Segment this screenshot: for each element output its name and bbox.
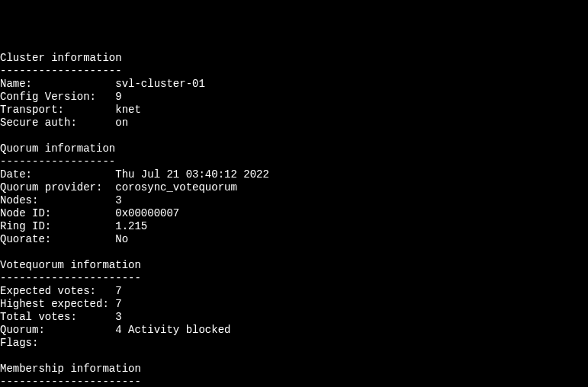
terminal-line: Name: svl-cluster-01	[0, 78, 588, 91]
terminal-line: Quorate: No	[0, 233, 588, 246]
terminal-line	[0, 350, 588, 363]
terminal-line: Config Version: 9	[0, 91, 588, 104]
terminal-line: Total votes: 3	[0, 311, 588, 324]
terminal-line	[0, 246, 588, 259]
terminal-line: Flags:	[0, 337, 588, 350]
terminal-line: Quorum: 4 Activity blocked	[0, 324, 588, 337]
terminal-line: Membership information	[0, 363, 588, 376]
terminal-line: Cluster information	[0, 52, 588, 65]
terminal-output: Cluster information-------------------Na…	[0, 52, 588, 387]
terminal-line: ----------------------	[0, 272, 588, 285]
terminal-line	[0, 130, 588, 142]
terminal-line: -------------------	[0, 65, 588, 78]
terminal-line: ----------------------	[0, 376, 588, 387]
terminal-line: Transport: knet	[0, 104, 588, 117]
terminal-line: ------------------	[0, 155, 588, 168]
terminal-line: Quorum information	[0, 142, 588, 155]
terminal-line: Ring ID: 1.215	[0, 220, 588, 233]
terminal-line: Nodes: 3	[0, 194, 588, 207]
terminal-line: Secure auth: on	[0, 117, 588, 130]
terminal-line: Expected votes: 7	[0, 285, 588, 298]
terminal-line: Votequorum information	[0, 259, 588, 272]
terminal-line: Quorum provider: corosync_votequorum	[0, 181, 588, 194]
terminal-line: Highest expected: 7	[0, 298, 588, 311]
terminal-line: Node ID: 0x00000007	[0, 207, 588, 220]
terminal-line: Date: Thu Jul 21 03:40:12 2022	[0, 168, 588, 181]
